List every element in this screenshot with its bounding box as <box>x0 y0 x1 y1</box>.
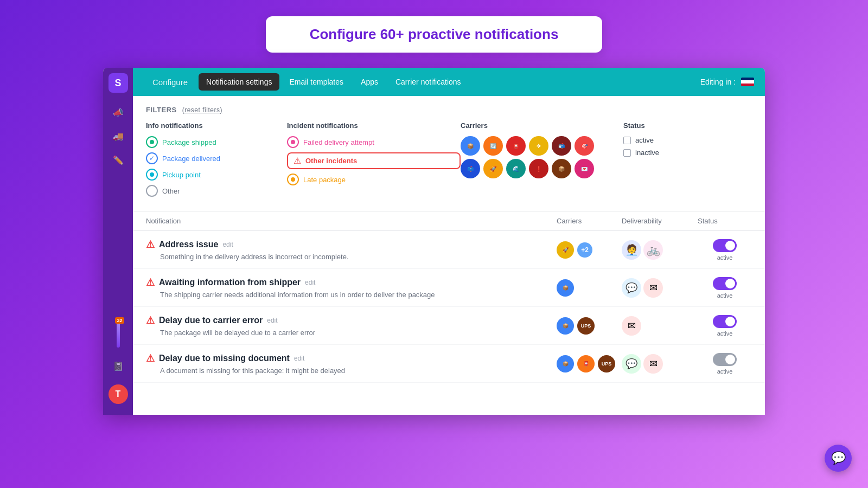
sidebar-badge-count: 32 <box>115 317 124 324</box>
notif-title-delay-carrier: ⚠ Delay due to carrier error edit <box>146 314 557 326</box>
sidebar-icon-megaphone[interactable]: 📣 <box>108 102 128 122</box>
filter-text-other: Other <box>162 187 180 195</box>
carrier-icon-8[interactable]: 🚀 <box>483 159 503 178</box>
filter-incident-label: Incident notifications <box>287 121 461 130</box>
toggle-knob-delay-doc[interactable] <box>713 353 737 366</box>
carrier-icon-5[interactable]: 📬 <box>552 136 571 156</box>
editing-in-label: Editing in : <box>700 78 736 86</box>
table-row: ⚠ Delay due to carrier error edit The pa… <box>133 307 765 345</box>
notif-icon-address-issue: ⚠ <box>146 239 155 251</box>
toggle-knob-address-issue[interactable] <box>713 239 737 252</box>
filter-circle-pickup <box>146 169 158 181</box>
edit-link-address-issue[interactable]: edit <box>222 241 233 248</box>
notif-cell-awaiting: ⚠ Awaiting information from shipper edit… <box>146 277 557 299</box>
chat-bubble[interactable]: 💬 <box>825 445 852 472</box>
filter-info-label: Info notifications <box>146 121 287 130</box>
carriers-address-issue: 🚀 +2 <box>557 241 622 259</box>
filter-pickup-point[interactable]: Pickup point <box>146 169 287 181</box>
carrier-sm-blue[interactable]: 📦 <box>557 279 574 297</box>
edit-link-delay-carrier[interactable]: edit <box>267 317 277 324</box>
carrier-icon-4[interactable]: ✈ <box>529 136 548 156</box>
notif-cell-delay-doc: ⚠ Delay due to missing document edit A d… <box>146 352 557 375</box>
filter-circle-failed <box>287 136 299 148</box>
notif-title-address-issue: ⚠ Address issue edit <box>146 239 557 251</box>
status-checkbox-inactive[interactable] <box>623 149 631 157</box>
status-item-active[interactable]: active <box>623 136 732 144</box>
reset-filters-link[interactable]: (reset filters) <box>182 106 222 114</box>
filter-late-package[interactable]: Late package <box>287 174 461 185</box>
edit-link-delay-doc[interactable]: edit <box>294 355 304 362</box>
filter-other-incidents[interactable]: ⚠ Other incidents <box>287 152 461 169</box>
filter-other-info[interactable]: Other <box>146 185 287 197</box>
carrier-icon-6[interactable]: 🎯 <box>575 136 594 156</box>
carrier-sm-brown2[interactable]: UPS <box>598 355 615 373</box>
carrier-sm-blue3[interactable]: 📦 <box>557 355 574 373</box>
deliverability-address-issue: 🧑‍💼 🚲 <box>622 240 698 260</box>
deliv-icon-zendesk: 💬 <box>622 278 641 298</box>
tab-notification-settings[interactable]: Notification settings <box>199 73 279 91</box>
table-row: ⚠ Address issue edit Something in the de… <box>133 231 765 269</box>
sidebar-icon-notebook[interactable]: 📓 <box>108 356 128 376</box>
sidebar-progress: 32 <box>117 320 120 348</box>
carrier-icon-9[interactable]: 🌊 <box>506 159 526 178</box>
sidebar-avatar[interactable]: T <box>108 384 128 404</box>
tab-email-templates[interactable]: Email templates <box>282 73 351 91</box>
carrier-icon-11[interactable]: 📦 <box>552 159 571 178</box>
toggle-awaiting[interactable]: active <box>698 277 752 299</box>
edit-link-awaiting[interactable]: edit <box>305 279 315 286</box>
tab-carrier-notifications[interactable]: Carrier notifications <box>388 73 469 91</box>
sidebar-logo[interactable]: S <box>108 73 128 93</box>
toggle-address-issue[interactable]: active <box>698 239 752 261</box>
filter-carriers-label: Carriers <box>461 121 623 130</box>
carrier-sm-yellow[interactable]: 🚀 <box>557 241 574 259</box>
carrier-icon-3[interactable]: 📮 <box>506 136 526 156</box>
filter-circle-delivered: ✓ <box>146 152 158 164</box>
filter-icon-other-incidents: ⚠ <box>293 156 301 166</box>
filters-section: FILTERS (reset filters) Info notificatio… <box>133 96 765 211</box>
toggle-knob-delay-carrier[interactable] <box>713 315 737 328</box>
tab-apps[interactable]: Apps <box>353 73 386 91</box>
notif-cell-delay-carrier: ⚠ Delay due to carrier error edit The pa… <box>146 314 557 337</box>
carrier-icon-1[interactable]: 📦 <box>461 136 480 156</box>
status-item-inactive[interactable]: inactive <box>623 149 732 157</box>
sidebar-icon-edit[interactable]: ✏️ <box>108 150 128 170</box>
nav-configure[interactable]: Configure <box>144 73 196 91</box>
plus-badge-2: +2 <box>577 242 592 258</box>
language-flag[interactable] <box>741 78 754 86</box>
filter-text-shipped: Package shipped <box>162 138 216 146</box>
carrier-icon-2[interactable]: 🔄 <box>483 136 503 156</box>
status-label-inactive: inactive <box>635 149 659 157</box>
carrier-sm-orange[interactable]: 📮 <box>577 355 595 373</box>
table-header: Notification Carriers Deliverability Sta… <box>133 211 765 231</box>
filter-package-shipped[interactable]: Package shipped <box>146 136 287 148</box>
carrier-icon-10[interactable]: ❗ <box>529 159 548 178</box>
deliv-icon-chat: 💬 <box>622 354 641 374</box>
toggle-label-address-issue: active <box>717 254 733 261</box>
carrier-icon-12[interactable]: 💌 <box>575 159 594 178</box>
toggle-label-delay-carrier: active <box>717 330 733 337</box>
filter-failed-delivery[interactable]: Failed delivery attempt <box>287 136 461 148</box>
sidebar-icon-truck[interactable]: 🚚 <box>108 126 128 146</box>
col-status: Status <box>698 217 752 225</box>
carriers-grid: 📦 🔄 📮 ✈ 📬 🎯 📫 🚀 🌊 ❗ 📦 💌 <box>461 136 623 178</box>
filter-circle-shipped <box>146 136 158 148</box>
status-label-active: active <box>635 136 654 144</box>
filter-package-delivered[interactable]: ✓ Package delivered <box>146 152 287 164</box>
notif-title-delay-doc: ⚠ Delay due to missing document edit <box>146 352 557 364</box>
status-checkbox-active[interactable] <box>623 137 631 144</box>
filter-status-label: Status <box>623 121 732 130</box>
toggle-label-awaiting: active <box>717 292 733 299</box>
carrier-sm-brown[interactable]: UPS <box>577 317 595 335</box>
deliv-icon-person: 🧑‍💼 <box>622 240 641 260</box>
notif-desc-delay-carrier: The package will be delayed due to a car… <box>160 329 557 337</box>
toggle-delay-carrier[interactable]: active <box>698 315 752 337</box>
carrier-icon-7[interactable]: 📫 <box>461 159 480 178</box>
carrier-sm-blue2[interactable]: 📦 <box>557 317 574 335</box>
notif-cell-address-issue: ⚠ Address issue edit Something in the de… <box>146 239 557 261</box>
deliv-icon-bike: 🚲 <box>643 240 663 260</box>
filter-circle-late <box>287 174 299 185</box>
toggle-knob-awaiting[interactable] <box>713 277 737 290</box>
filter-text-late: Late package <box>303 176 346 184</box>
toggle-delay-doc[interactable]: active <box>698 353 752 375</box>
notif-desc-address-issue: Something in the delivery address is inc… <box>160 253 557 261</box>
